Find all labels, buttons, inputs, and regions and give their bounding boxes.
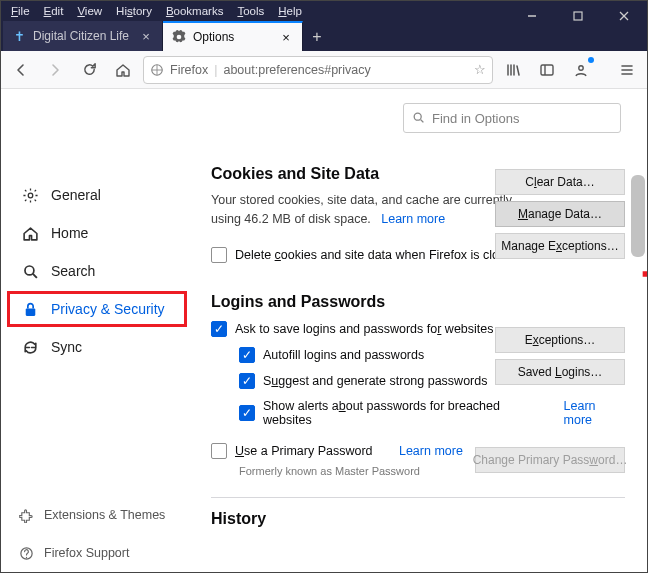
find-in-options-input[interactable]: Find in Options xyxy=(403,103,621,133)
sidebar-item-general[interactable]: General xyxy=(11,177,183,213)
learn-more-link[interactable]: Learn more xyxy=(381,212,445,226)
vertical-scrollbar[interactable] xyxy=(631,175,645,257)
checkbox-label: Use a Primary Password xyxy=(235,444,373,458)
bookmark-star-icon[interactable]: ☆ xyxy=(474,62,486,77)
url-bar[interactable]: Firefox | about:preferences#privacy ☆ xyxy=(143,56,493,84)
svg-rect-11 xyxy=(25,308,35,315)
sidebar-item-label: Search xyxy=(51,263,95,279)
cookies-description: Your stored cookies, site data, and cach… xyxy=(211,191,521,229)
checkbox-label: Autofill logins and passwords xyxy=(263,348,424,362)
extensions-themes-link[interactable]: Extensions & Themes xyxy=(11,502,173,528)
sidebar-item-label: Privacy & Security xyxy=(51,301,165,317)
sidebar-item-label: General xyxy=(51,187,101,203)
checkbox-label: Suggest and generate strong passwords xyxy=(263,374,487,388)
back-button[interactable] xyxy=(7,56,35,84)
clear-data-button[interactable]: Clear Data… xyxy=(495,169,625,195)
svg-rect-5 xyxy=(541,65,553,75)
tab-digital-citizen[interactable]: ✝ Digital Citizen Life in a digital w × xyxy=(3,21,163,51)
menu-view[interactable]: View xyxy=(71,3,108,19)
sidebar-item-home[interactable]: Home xyxy=(11,215,183,251)
change-primary-password-button: Change Primary Password… xyxy=(475,447,625,473)
svg-marker-15 xyxy=(643,266,647,282)
address-text: about:preferences#privacy xyxy=(223,63,468,77)
svg-line-14 xyxy=(421,120,424,123)
gear-icon xyxy=(21,187,39,204)
minimize-button[interactable] xyxy=(509,1,555,31)
close-button[interactable] xyxy=(601,1,647,31)
home-icon xyxy=(21,225,39,242)
annotation-arrow xyxy=(628,266,647,282)
svg-line-10 xyxy=(32,273,36,277)
menu-help[interactable]: Help xyxy=(272,3,308,19)
svg-point-7 xyxy=(579,65,583,69)
close-icon[interactable]: × xyxy=(278,29,294,45)
sidebar-item-label: Sync xyxy=(51,339,82,355)
cookies-section: Cookies and Site Data Clear Data… Manage… xyxy=(211,165,625,263)
checkbox-label: Show alerts about passwords for breached… xyxy=(263,399,541,427)
forward-button[interactable] xyxy=(41,56,69,84)
manage-data-button[interactable]: Manage Data… xyxy=(495,201,625,227)
identity-label: Firefox xyxy=(170,63,208,77)
tab-label: Digital Citizen Life in a digital w xyxy=(33,29,132,43)
home-button[interactable] xyxy=(109,56,137,84)
manage-exceptions-button[interactable]: Manage Exceptions… xyxy=(495,233,625,259)
footer-label: Firefox Support xyxy=(44,546,129,560)
preferences-sidebar: General Home Search Privacy & Security S… xyxy=(1,89,193,572)
svg-point-13 xyxy=(414,113,421,120)
sidebar-footer: Extensions & Themes Firefox Support xyxy=(11,492,173,566)
section-heading: Logins and Passwords xyxy=(211,293,625,311)
menu-file[interactable]: File xyxy=(5,3,36,19)
gear-icon xyxy=(171,29,187,45)
menu-tools[interactable]: Tools xyxy=(231,3,270,19)
checkbox-label: Delete cookies and site data when Firefo… xyxy=(235,248,519,262)
app-menu-button[interactable] xyxy=(613,56,641,84)
content-area: General Home Search Privacy & Security S… xyxy=(1,89,647,572)
window-controls xyxy=(509,1,647,51)
login-exceptions-button[interactable]: Exceptions… xyxy=(495,327,625,353)
checkbox[interactable]: ✓ xyxy=(211,321,227,337)
menu-history[interactable]: History xyxy=(110,3,158,19)
sync-icon xyxy=(21,339,39,356)
site-icon: ✝ xyxy=(11,28,27,44)
puzzle-icon xyxy=(19,508,34,523)
library-button[interactable] xyxy=(499,56,527,84)
checkbox[interactable]: ✓ xyxy=(239,347,255,363)
svg-point-9 xyxy=(24,265,33,274)
sidebar-item-search[interactable]: Search xyxy=(11,253,183,289)
close-icon[interactable]: × xyxy=(138,28,154,44)
maximize-button[interactable] xyxy=(555,1,601,31)
lock-icon xyxy=(21,301,39,318)
breach-alerts-row[interactable]: ✓ Show alerts about passwords for breach… xyxy=(211,399,625,427)
help-icon xyxy=(19,546,34,561)
tab-label: Options xyxy=(193,30,272,44)
sidebar-item-privacy[interactable]: Privacy & Security xyxy=(7,291,187,327)
firefox-support-link[interactable]: Firefox Support xyxy=(11,540,173,566)
checkbox[interactable] xyxy=(211,247,227,263)
preferences-main: Find in Options Cookies and Site Data Cl… xyxy=(193,89,647,572)
nav-toolbar: Firefox | about:preferences#privacy ☆ xyxy=(1,51,647,89)
account-button[interactable] xyxy=(567,56,595,84)
logins-section: Logins and Passwords Exceptions… Saved L… xyxy=(211,293,625,477)
menu-edit[interactable]: Edit xyxy=(38,3,70,19)
checkbox[interactable]: ✓ xyxy=(239,373,255,389)
placeholder-text: Find in Options xyxy=(432,111,519,126)
menu-bookmarks[interactable]: Bookmarks xyxy=(160,3,230,19)
learn-more-link[interactable]: Learn more xyxy=(399,444,463,458)
sidebar-item-sync[interactable]: Sync xyxy=(11,329,183,365)
history-heading: History xyxy=(211,497,625,528)
svg-rect-1 xyxy=(574,12,582,20)
new-tab-button[interactable]: + xyxy=(303,23,331,51)
firefox-icon xyxy=(150,63,164,77)
sidebar-button[interactable] xyxy=(533,56,561,84)
learn-more-link[interactable]: Learn more xyxy=(564,399,625,427)
checkbox[interactable] xyxy=(211,443,227,459)
checkbox-label: Ask to save logins and passwords for web… xyxy=(235,322,493,336)
search-icon xyxy=(21,263,39,280)
svg-point-8 xyxy=(28,193,33,198)
reload-button[interactable] xyxy=(75,56,103,84)
checkbox[interactable]: ✓ xyxy=(239,405,255,421)
search-icon xyxy=(412,111,426,125)
saved-logins-button[interactable]: Saved Logins… xyxy=(495,359,625,385)
tab-options[interactable]: Options × xyxy=(163,21,303,51)
sidebar-item-label: Home xyxy=(51,225,88,241)
